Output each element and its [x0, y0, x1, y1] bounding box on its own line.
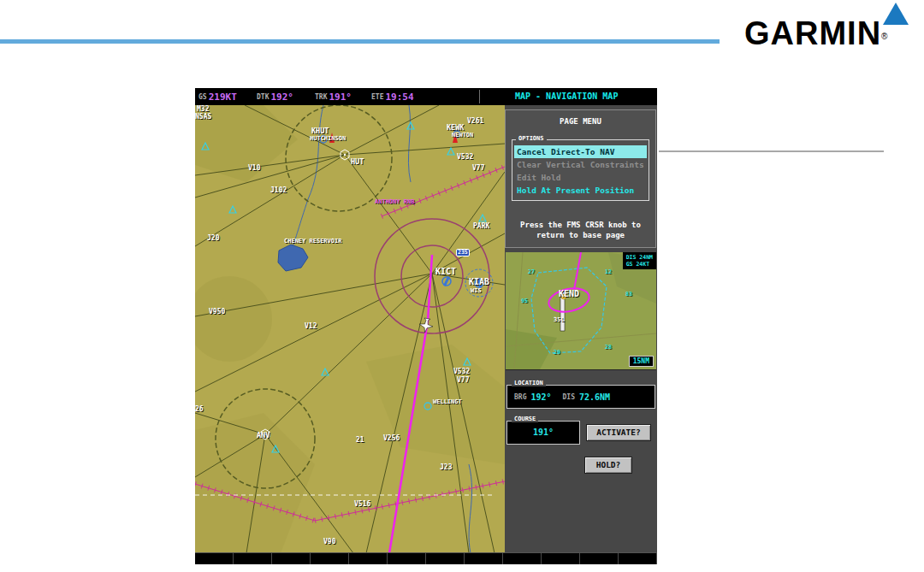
status-bar: GS 219KT DTK 192° TRK 191° ETE 19:54 MAP…	[195, 88, 657, 106]
trk-value: 191°	[329, 91, 352, 103]
page-title: MAP - NAVIGATION MAP	[515, 91, 618, 101]
status-bar-divider	[479, 90, 480, 103]
page-menu-item[interactable]: Cancel Direct-To NAV	[514, 145, 647, 158]
course-group: COURSE 191°	[506, 421, 580, 445]
softkey[interactable]	[311, 553, 349, 564]
garmin-logo-text: GARMIN	[744, 15, 881, 51]
ete-field: ETE 19:54	[371, 88, 414, 105]
dis-label: DIS	[563, 393, 575, 401]
options-group: OPTIONS Cancel Direct-To NAVClear Vertic…	[512, 139, 649, 201]
softkey[interactable]	[542, 553, 580, 564]
softkey[interactable]	[349, 553, 388, 564]
softkey[interactable]	[388, 553, 426, 564]
registered-mark: ®	[881, 32, 887, 41]
ete-label: ETE	[371, 93, 383, 101]
softkey[interactable]	[272, 553, 311, 564]
header-rule	[0, 39, 720, 44]
brg-value: 192°	[530, 392, 551, 402]
softkey-bar	[195, 552, 657, 564]
right-panel: PAGE MENU OPTIONS Cancel Direct-To NAVCl…	[505, 105, 657, 553]
gs-field: GS 219KT	[198, 88, 237, 105]
navigation-map: M32NSASKHUTHUTCHINSONKEWKNEWTONV261V532V…	[195, 105, 505, 553]
softkey[interactable]	[426, 553, 465, 564]
fms-crsr-hint-line1: Press the FMS CRSR knob to	[506, 220, 655, 230]
manual-page: GARMIN® GS 219KT DTK 192° TRK 191° ETE 1…	[0, 0, 924, 572]
inset-data-box: DIS 24NM GS 24KT	[623, 252, 656, 269]
dtk-field: DTK 192°	[257, 88, 293, 105]
trk-field: TRK 191°	[315, 88, 352, 105]
inset-data-line2: GS 24KT	[626, 261, 653, 268]
gs-label: GS	[198, 93, 207, 101]
fms-crsr-hint-line2: return to base page	[506, 230, 655, 240]
dtk-value: 192°	[270, 91, 293, 103]
location-group: LOCATION BRG 192° DIS 72.6NM	[506, 385, 655, 409]
softkey[interactable]	[580, 553, 619, 564]
softkey[interactable]	[619, 553, 657, 564]
location-values-row: BRG 192° DIS 72.6NM	[507, 386, 654, 408]
page-menu-item[interactable]: Clear Vertical Constraints	[514, 158, 647, 171]
page-menu-item[interactable]: Hold At Present Position	[514, 184, 647, 197]
navigation-map-graphics	[195, 105, 505, 553]
course-group-label: COURSE	[512, 416, 538, 422]
softkey[interactable]	[503, 553, 542, 564]
inset-map-graphics	[506, 252, 656, 369]
page-menu-title: PAGE MENU	[506, 110, 655, 126]
trk-label: TRK	[315, 93, 327, 101]
softkey[interactable]	[234, 553, 272, 564]
options-group-label: OPTIONS	[516, 136, 547, 142]
dis-value: 72.6NM	[579, 392, 610, 402]
mfd-screenshot: GS 219KT DTK 192° TRK 191° ETE 19:54 MAP…	[195, 88, 657, 564]
garmin-logo-triangle-icon	[883, 3, 909, 25]
callout-line	[659, 150, 884, 152]
hold-button[interactable]: HOLD?	[584, 457, 632, 474]
page-menu: PAGE MENU OPTIONS Cancel Direct-To NAVCl…	[505, 109, 656, 248]
page-menu-item[interactable]: Edit Hold	[514, 171, 647, 184]
inset-data-line1: DIS 24NM	[626, 254, 653, 261]
gs-value: 219KT	[209, 91, 237, 103]
softkey[interactable]	[465, 553, 503, 564]
ete-value: 19:54	[385, 91, 413, 103]
dtk-label: DTK	[257, 93, 269, 101]
softkey[interactable]	[195, 553, 234, 564]
fms-crsr-hint: Press the FMS CRSR knob to return to bas…	[506, 220, 655, 240]
direct-to-inset-map: 271295KEND8335L2829 DIS 24NM GS 24KT 15N…	[506, 252, 656, 370]
inset-range-badge: 15NM	[629, 356, 654, 367]
course-value-field[interactable]: 191°	[507, 422, 579, 443]
brg-label: BRG	[514, 393, 526, 401]
location-group-label: LOCATION	[512, 380, 546, 386]
activate-button[interactable]: ACTIVATE?	[586, 424, 651, 441]
